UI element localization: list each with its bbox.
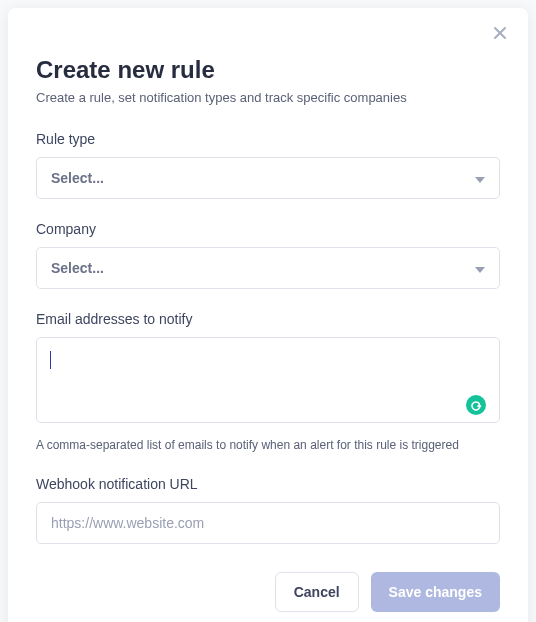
- close-button[interactable]: [490, 24, 510, 44]
- modal-subtitle: Create a rule, set notification types an…: [36, 89, 500, 107]
- text-cursor: [50, 351, 51, 369]
- caret-down-icon: [475, 260, 485, 276]
- button-row: Cancel Save changes: [36, 572, 500, 612]
- caret-down-icon: [475, 170, 485, 186]
- rule-type-select[interactable]: Select...: [36, 157, 500, 199]
- company-label: Company: [36, 221, 500, 237]
- company-select[interactable]: Select...: [36, 247, 500, 289]
- emails-help-text: A comma-separated list of emails to noti…: [36, 437, 500, 454]
- company-selected-value: Select...: [51, 260, 104, 276]
- emails-input[interactable]: [36, 337, 500, 423]
- emails-field: Email addresses to notify A comma-separa…: [36, 311, 500, 454]
- rule-type-field: Rule type Select...: [36, 131, 500, 199]
- rule-type-label: Rule type: [36, 131, 500, 147]
- company-field: Company Select...: [36, 221, 500, 289]
- webhook-input[interactable]: [36, 502, 500, 544]
- emails-label: Email addresses to notify: [36, 311, 500, 327]
- webhook-field: Webhook notification URL: [36, 476, 500, 544]
- webhook-label: Webhook notification URL: [36, 476, 500, 492]
- grammarly-icon: [466, 395, 486, 415]
- modal-title: Create new rule: [36, 56, 500, 85]
- save-changes-button[interactable]: Save changes: [371, 572, 500, 612]
- create-rule-modal: Create new rule Create a rule, set notif…: [8, 8, 528, 622]
- close-icon: [492, 25, 508, 44]
- rule-type-selected-value: Select...: [51, 170, 104, 186]
- cancel-button[interactable]: Cancel: [275, 572, 359, 612]
